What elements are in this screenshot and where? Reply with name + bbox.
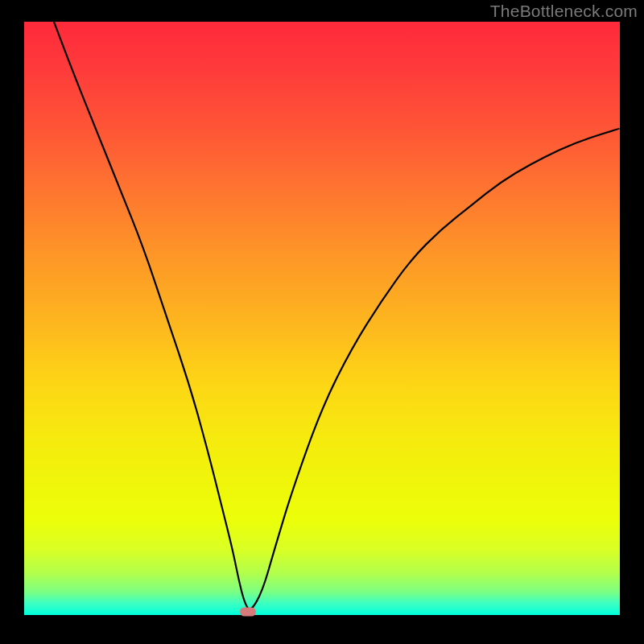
curve-svg xyxy=(24,22,620,615)
plot-area xyxy=(24,22,620,615)
watermark-text: TheBottleneck.com xyxy=(490,2,638,21)
minimum-marker xyxy=(240,608,256,617)
bottleneck-curve xyxy=(54,22,620,609)
